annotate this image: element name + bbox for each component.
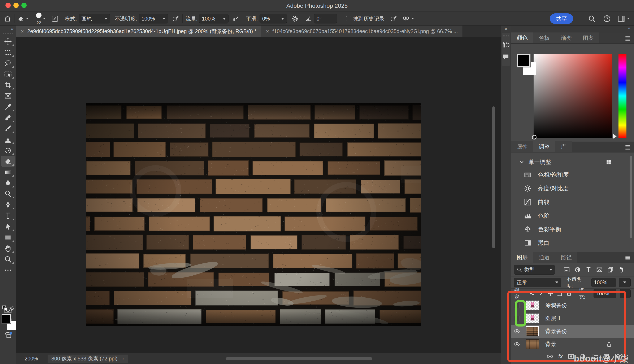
zoom-tool[interactable]	[1, 254, 15, 265]
panel-menu-icon[interactable]	[624, 144, 631, 150]
pen-tool[interactable]	[1, 200, 15, 210]
mini-panel-grip[interactable]	[503, 35, 509, 36]
layer-row[interactable]: 背景备份	[511, 325, 634, 338]
clone-stamp-tool[interactable]	[1, 134, 15, 145]
brush-tool[interactable]	[1, 123, 15, 134]
mode-select[interactable]: 画笔	[79, 14, 110, 24]
smoothing-input[interactable]: 0%	[259, 14, 287, 24]
active-tool-icon[interactable]	[18, 15, 29, 22]
adjustment-icon[interactable]	[579, 353, 586, 360]
path-selection-tool[interactable]	[1, 221, 15, 232]
layers-tab[interactable]: 图层	[511, 252, 533, 263]
help-icon[interactable]	[603, 15, 611, 22]
size-pressure-button[interactable]	[390, 15, 398, 22]
comments-panel-icon[interactable]	[502, 51, 510, 63]
status-chevron-icon[interactable]: ›	[122, 356, 124, 362]
tools-grip-handle[interactable]	[3, 33, 13, 34]
foreground-color-swatch[interactable]	[517, 54, 530, 67]
filter-adjustment-icon[interactable]	[573, 266, 582, 273]
airbrush-button[interactable]	[232, 15, 240, 22]
type-tool[interactable]	[1, 210, 15, 221]
layer-row[interactable]: 涂鸦备份	[511, 299, 634, 312]
filter-image-icon[interactable]	[562, 266, 571, 273]
brush-preset-picker[interactable]: 22	[36, 12, 42, 25]
hue-slider-marker[interactable]	[613, 134, 616, 139]
rectangular-marquee-tool[interactable]	[1, 47, 15, 58]
layer-visibility-empty-well[interactable]	[511, 312, 522, 325]
layer-thumbnail[interactable]	[522, 325, 542, 338]
close-tab-icon[interactable]: ×	[21, 28, 24, 34]
history-brush-tool[interactable]	[1, 145, 15, 156]
workspace-switcher[interactable]	[617, 15, 630, 22]
color-tab[interactable]: 图案	[577, 32, 599, 43]
layer-visibility-eye-icon[interactable]	[511, 325, 522, 338]
adjustments-tab[interactable]: 属性	[511, 141, 533, 152]
mask-icon[interactable]	[568, 353, 574, 360]
layer-name[interactable]: 背景	[545, 338, 606, 350]
link-icon[interactable]	[547, 353, 553, 360]
horizontal-scrollbar[interactable]	[226, 357, 372, 360]
share-button[interactable]: 共享	[550, 14, 573, 24]
home-button[interactable]	[4, 15, 11, 22]
expand-tools-chevron[interactable]: »	[0, 26, 16, 32]
rotate-view-icon[interactable]	[1, 329, 15, 340]
grid-view-icon[interactable]	[605, 159, 612, 166]
adjustment-item-color-balance[interactable]: 色彩平衡	[511, 222, 634, 236]
layer-name[interactable]: 涂鸦备份	[545, 299, 634, 312]
folder-icon[interactable]	[591, 353, 598, 360]
fill-chevron[interactable]	[620, 289, 631, 298]
erase-to-history-checkbox[interactable]: 抹到历史记录	[346, 15, 385, 22]
panel-menu-icon[interactable]	[624, 254, 631, 261]
lock-checkerboard-icon[interactable]	[529, 291, 535, 296]
close-tab-icon[interactable]: ×	[266, 28, 269, 34]
adjustment-item-levels[interactable]: 色阶	[511, 209, 634, 222]
adjustment-item-hue-saturation[interactable]: 色相/饱和度	[511, 168, 634, 182]
canvas-area[interactable]	[16, 37, 501, 353]
document-tab-1[interactable]: ×2e9d6f0695dcb375909f58d2295fe9b36ad1e26…	[16, 26, 261, 37]
layers-tab[interactable]: 通道	[533, 252, 555, 263]
color-tab[interactable]: 颜色	[511, 32, 533, 43]
fill-input[interactable]: 100%	[593, 289, 616, 298]
dodge-tool[interactable]	[1, 188, 15, 200]
edit-toolbar-tool[interactable]	[1, 265, 15, 276]
adjustment-item-curves[interactable]: 曲线	[511, 195, 634, 209]
eraser-tool[interactable]	[1, 156, 15, 167]
lasso-tool[interactable]	[1, 58, 15, 69]
gradient-tool[interactable]	[1, 167, 15, 178]
flow-input[interactable]: 100%	[199, 14, 228, 24]
chevron-down-icon[interactable]	[518, 159, 525, 165]
layer-opacity-chevron[interactable]	[619, 278, 631, 287]
crop-tool[interactable]	[1, 80, 15, 90]
saturation-brightness-field[interactable]	[534, 54, 612, 138]
toggle-brush-settings-button[interactable]	[51, 15, 59, 22]
adjustments-tab[interactable]: 调整	[533, 141, 555, 152]
filter-frame-icon[interactable]	[595, 266, 604, 273]
search-icon[interactable]	[588, 15, 596, 22]
lock-move-icon[interactable]	[547, 291, 554, 296]
hue-slider[interactable]	[618, 54, 626, 138]
layer-visibility-eye-icon[interactable]	[511, 338, 522, 350]
smoothing-options-button[interactable]	[291, 15, 299, 22]
lock-artboard-icon[interactable]	[557, 291, 563, 296]
adjustment-item-brightness-contrast[interactable]: 亮度/对比度	[511, 182, 634, 195]
blend-mode-select[interactable]: 正常	[514, 278, 561, 287]
document-info[interactable]: 800 像素 x 533 像素 (72 ppi) ›	[48, 354, 128, 363]
adjustment-item-black-white[interactable]: 黑白	[511, 236, 634, 250]
layer-name[interactable]: 图层 1	[545, 312, 634, 325]
adjustments-scrollbar[interactable]	[629, 156, 632, 238]
foreground-color-swatch[interactable]	[2, 314, 11, 323]
move-tool[interactable]	[1, 36, 15, 47]
layer-visibility-empty-well[interactable]	[511, 299, 522, 312]
layer-thumbnail[interactable]	[522, 312, 542, 325]
color-tab[interactable]: 色板	[533, 32, 555, 43]
vertical-scrollbar[interactable]	[492, 106, 495, 248]
color-picker-ring[interactable]	[532, 135, 536, 140]
layer-filter-type-select[interactable]: 类型	[514, 265, 555, 274]
layer-opacity-input[interactable]: 100%	[591, 278, 616, 287]
zoom-level[interactable]: 200%	[25, 356, 38, 362]
filter-type-icon[interactable]	[584, 266, 593, 273]
collapse-dock-chevron[interactable]: »	[511, 26, 634, 33]
layer-style-fx-button[interactable]: fx	[558, 353, 563, 360]
adjustments-tab[interactable]: 库	[555, 141, 572, 152]
symmetry-button[interactable]	[402, 15, 414, 22]
